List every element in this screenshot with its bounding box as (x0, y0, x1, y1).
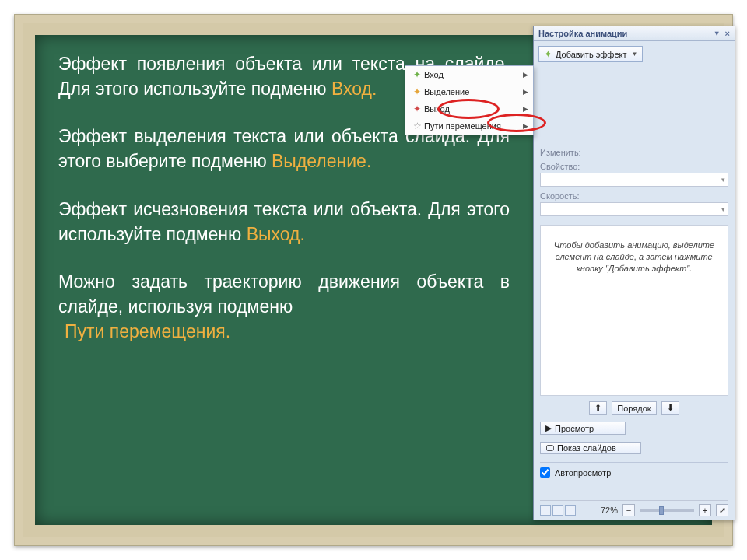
move-up-button[interactable]: ⬆ (589, 401, 607, 415)
close-icon[interactable]: × (725, 29, 730, 38)
fit-window-button[interactable]: ⤢ (716, 504, 728, 516)
field-property-label: Свойство: (540, 162, 580, 171)
slideshow-icon: 🖵 (545, 443, 554, 453)
zoom-out-button[interactable]: − (622, 504, 635, 516)
submenu-emphasis[interactable]: ✦ Выделение ▶ (405, 83, 533, 100)
add-effect-button[interactable]: ✦ Добавить эффект ▼ (538, 46, 643, 62)
field-change-label: Изменить: (540, 148, 581, 157)
p2-highlight: Выделение. (272, 151, 371, 171)
view-icons (540, 505, 576, 516)
submenu-enter[interactable]: ✦ Вход ▶ (405, 66, 533, 83)
arrow-up-icon: ⬆ (594, 403, 601, 413)
p3-highlight: Выход. (247, 224, 305, 244)
field-speed-label: Скорость: (540, 191, 580, 201)
zoom-knob[interactable] (659, 506, 664, 515)
play-label: Просмотр (555, 424, 594, 433)
field-property-select[interactable]: ▾ (540, 173, 728, 187)
motion-icon: ☆ (410, 121, 424, 131)
chevron-right-icon: ▶ (523, 105, 528, 113)
autopreview-row: Автопросмотр (540, 462, 728, 478)
submenu-emphasis-label: Выделение (424, 87, 469, 96)
zoom-value: 72% (601, 506, 618, 515)
chevron-right-icon: ▶ (523, 71, 528, 79)
pane-menu-icon[interactable]: ▼ (714, 30, 721, 37)
empty-hint: Чтобы добавить анимацию, выделите элемен… (540, 225, 728, 396)
play-icon: ▶ (545, 423, 552, 433)
pane-title: Настройка анимации (538, 29, 627, 38)
paragraph-exit: Эффект исчезновения текста или объекта. … (58, 198, 510, 247)
submenu-motion-label: Пути перемещения (424, 121, 501, 131)
field-property: Свойство: ▾ (534, 160, 735, 187)
submenu-exit-label: Выход (424, 104, 450, 114)
p1-highlight: Вход. (331, 79, 377, 99)
order-label: Порядок (617, 404, 651, 413)
field-change: Изменить: (534, 146, 735, 157)
slideshow-label: Показ слайдов (557, 443, 616, 453)
slideshow-view-icon[interactable] (565, 505, 576, 516)
chevron-right-icon: ▶ (523, 88, 528, 96)
effect-submenu: ✦ Вход ▶ ✦ Выделение ▶ ✦ Выход ▶ ☆ Пути … (405, 65, 534, 135)
add-effect-row: ✦ Добавить эффект ▼ (534, 41, 735, 65)
slideshow-row: 🖵 Показ слайдов (540, 442, 728, 454)
play-button[interactable]: ▶ Просмотр (540, 422, 626, 435)
paragraph-motion: Можно задать траекторию движения объекта… (58, 270, 510, 344)
submenu-enter-label: Вход (424, 70, 444, 79)
p4-text: Можно задать траекторию движения объекта… (58, 271, 510, 317)
add-effect-label: Добавить эффект (556, 50, 626, 59)
play-row: ▶ Просмотр (540, 422, 728, 435)
reorder-row: ⬆ Порядок ⬇ (540, 401, 728, 415)
autopreview-label: Автопросмотр (555, 468, 611, 478)
submenu-motion[interactable]: ☆ Пути перемещения ▶ (405, 117, 533, 135)
status-bar: 72% − + ⤢ (540, 500, 728, 516)
chevron-right-icon: ▶ (523, 122, 528, 130)
chevron-down-icon: ▼ (631, 51, 637, 58)
zoom-in-button[interactable]: + (699, 504, 711, 516)
sorter-view-icon[interactable] (552, 505, 563, 516)
pane-titlebar: Настройка анимации ▼ × (534, 26, 735, 41)
autopreview-checkbox[interactable] (540, 467, 550, 478)
normal-view-icon[interactable] (540, 505, 551, 516)
p4-highlight: Пути перемещения. (65, 321, 230, 341)
field-speed-select[interactable]: ▾ (540, 202, 728, 216)
zoom-slider[interactable] (640, 509, 694, 512)
field-speed: Скорость: ▾ (534, 190, 735, 216)
move-down-button[interactable]: ⬇ (661, 401, 679, 415)
star-icon: ✦ (544, 48, 552, 60)
order-label-button[interactable]: Порядок (612, 401, 656, 415)
enter-icon: ✦ (410, 69, 424, 80)
slideshow-button[interactable]: 🖵 Показ слайдов (540, 442, 641, 454)
exit-icon: ✦ (410, 103, 424, 114)
emphasis-icon: ✦ (410, 86, 424, 97)
arrow-down-icon: ⬇ (667, 403, 674, 413)
empty-hint-text: Чтобы добавить анимацию, выделите элемен… (549, 240, 720, 275)
submenu-exit[interactable]: ✦ Выход ▶ (405, 100, 533, 117)
animation-task-pane: Настройка анимации ▼ × ✦ Добавить эффект… (533, 26, 735, 520)
